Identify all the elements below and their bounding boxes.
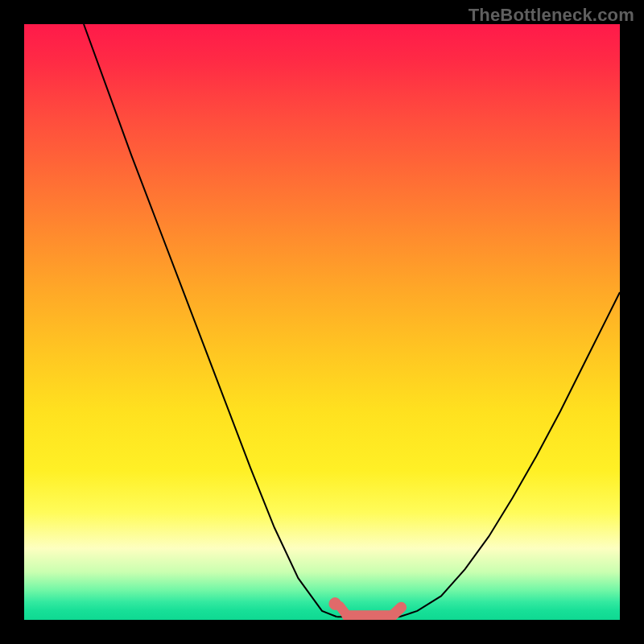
curve-svg: [24, 24, 620, 620]
watermark-label: TheBottleneck.com: [469, 5, 634, 26]
marker-stroke: [392, 607, 401, 615]
chart-frame: TheBottleneck.com: [0, 0, 644, 644]
curve-left-branch: [84, 24, 337, 617]
bottleneck-curve: [84, 24, 620, 617]
curve-right-branch: [399, 292, 620, 617]
plot-area: [24, 24, 620, 620]
highlight-markers: [329, 598, 402, 616]
